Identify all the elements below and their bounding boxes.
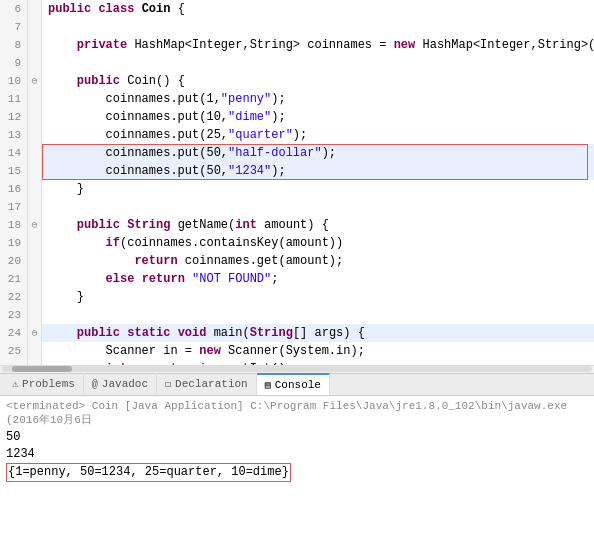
- code-token: Coin: [142, 2, 178, 16]
- code-token: "dime": [228, 110, 271, 124]
- fold-indicator[interactable]: ⊖: [28, 324, 42, 342]
- code-line-18[interactable]: 18⊖ public String getName(int amount) {: [0, 216, 594, 234]
- code-line-22[interactable]: 22 }: [0, 288, 594, 306]
- code-line-19[interactable]: 19 if(coinnames.containsKey(amount)): [0, 234, 594, 252]
- code-line-10[interactable]: 10⊖ public Coin() {: [0, 72, 594, 90]
- fold-indicator: [28, 342, 42, 360]
- line-number: 21: [0, 270, 28, 288]
- code-line-25[interactable]: 25 Scanner in = new Scanner(System.in);: [0, 342, 594, 360]
- line-code: [42, 198, 594, 216]
- line-number: 10: [0, 72, 28, 90]
- code-line-15[interactable]: 15 coinnames.put(50,"1234");: [0, 162, 594, 180]
- line-code: coinnames.put(10,"dime");: [42, 108, 594, 126]
- fold-indicator: [28, 108, 42, 126]
- console-icon: ▤: [265, 379, 271, 391]
- tab-label: Problems: [22, 378, 75, 390]
- code-line-6[interactable]: 6public class Coin {: [0, 0, 594, 18]
- code-token: Scanner in =: [48, 344, 199, 358]
- code-token: static: [127, 326, 177, 340]
- line-code: if(coinnames.containsKey(amount)): [42, 234, 594, 252]
- code-token: return: [142, 272, 192, 286]
- line-number: 16: [0, 180, 28, 198]
- line-number: 6: [0, 0, 28, 18]
- code-token: amount) {: [264, 218, 329, 232]
- line-code: coinnames.put(1,"penny");: [42, 90, 594, 108]
- problems-icon: ⚠: [12, 378, 18, 390]
- code-token: public: [77, 218, 127, 232]
- line-number: 14: [0, 144, 28, 162]
- fold-indicator: [28, 144, 42, 162]
- fold-indicator: [28, 90, 42, 108]
- code-token: main(: [214, 326, 250, 340]
- code-token: class: [98, 2, 141, 16]
- code-token: coinnames.put(25,: [48, 128, 228, 142]
- tab-javadoc[interactable]: @Javadoc: [84, 373, 157, 395]
- code-token: );: [271, 110, 285, 124]
- code-line-24[interactable]: 24⊖ public static void main(String[] arg…: [0, 324, 594, 342]
- code-line-23[interactable]: 23: [0, 306, 594, 324]
- code-token: [48, 326, 77, 340]
- code-line-7[interactable]: 7: [0, 18, 594, 36]
- tab-declaration[interactable]: ◻Declaration: [157, 373, 257, 395]
- code-token: {: [178, 2, 185, 16]
- code-token: else: [106, 272, 142, 286]
- fold-indicator: [28, 162, 42, 180]
- code-token: new: [199, 344, 228, 358]
- scrollbar-thumb[interactable]: [12, 366, 72, 372]
- code-token: String: [127, 218, 177, 232]
- code-token: coinnames.put(10,: [48, 110, 228, 124]
- scrollbar-track[interactable]: [2, 366, 592, 372]
- code-token: "half-dollar": [228, 146, 322, 160]
- fold-indicator: [28, 18, 42, 36]
- fold-indicator: [28, 198, 42, 216]
- line-number: 25: [0, 342, 28, 360]
- code-line-9[interactable]: 9: [0, 54, 594, 72]
- fold-indicator[interactable]: ⊖: [28, 72, 42, 90]
- code-line-26[interactable]: 26 int amount = in.nextInt();: [0, 360, 594, 365]
- horizontal-scrollbar[interactable]: [0, 365, 594, 373]
- fold-indicator: [28, 36, 42, 54]
- line-code: public static void main(String[] args) {: [42, 324, 594, 342]
- code-line-11[interactable]: 11 coinnames.put(1,"penny");: [0, 90, 594, 108]
- code-line-17[interactable]: 17: [0, 198, 594, 216]
- code-line-13[interactable]: 13 coinnames.put(25,"quarter");: [0, 126, 594, 144]
- code-token: coinnames.put(50,: [48, 146, 228, 160]
- code-token: );: [322, 146, 336, 160]
- code-token: void: [178, 326, 214, 340]
- tab-problems[interactable]: ⚠Problems: [4, 373, 84, 395]
- code-line-8[interactable]: 8 private HashMap<Integer,String> coinna…: [0, 36, 594, 54]
- code-token: int: [235, 218, 264, 232]
- code-area[interactable]: 6public class Coin {7 8 private HashMap<…: [0, 0, 594, 365]
- fold-indicator: [28, 126, 42, 144]
- code-token: [48, 236, 106, 250]
- tab-label: Declaration: [175, 378, 248, 390]
- line-code: private HashMap<Integer,String> coinname…: [42, 36, 594, 54]
- code-line-14[interactable]: 14 coinnames.put(50,"half-dollar");: [0, 144, 594, 162]
- tab-console[interactable]: ▤Console: [257, 373, 330, 395]
- code-line-16[interactable]: 16 }: [0, 180, 594, 198]
- line-code: public String getName(int amount) {: [42, 216, 594, 234]
- code-token: "1234": [228, 164, 271, 178]
- code-token: int: [106, 362, 135, 365]
- code-line-21[interactable]: 21 else return "NOT FOUND";: [0, 270, 594, 288]
- line-number: 18: [0, 216, 28, 234]
- line-code: [42, 54, 594, 72]
- code-line-12[interactable]: 12 coinnames.put(10,"dime");: [0, 108, 594, 126]
- code-token: [48, 362, 106, 365]
- code-token: );: [271, 92, 285, 106]
- line-number: 17: [0, 198, 28, 216]
- code-token: return: [134, 254, 184, 268]
- fold-indicator[interactable]: ⊖: [28, 216, 42, 234]
- declaration-icon: ◻: [165, 378, 171, 390]
- highlighted-output: {1=penny, 50=1234, 25=quarter, 10=dime}: [6, 463, 291, 482]
- fold-indicator: [28, 288, 42, 306]
- code-line-20[interactable]: 20 return coinnames.get(amount);: [0, 252, 594, 270]
- code-token: );: [271, 164, 285, 178]
- fold-indicator: [28, 270, 42, 288]
- bottom-panel: ⚠Problems@Javadoc◻Declaration▤Console <t…: [0, 373, 594, 546]
- code-token: public: [48, 2, 98, 16]
- fold-indicator: [28, 0, 42, 18]
- code-token: HashMap<Integer,String> coinnames =: [134, 38, 393, 52]
- output-line-2: 1234: [6, 446, 588, 463]
- tabs-bar: ⚠Problems@Javadoc◻Declaration▤Console: [0, 374, 594, 396]
